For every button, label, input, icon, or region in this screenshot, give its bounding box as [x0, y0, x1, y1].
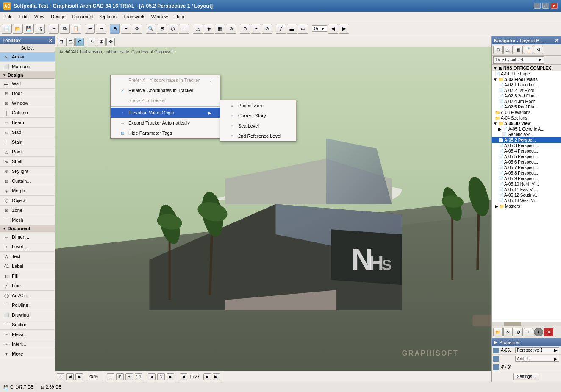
save-btn[interactable]: 💾 [24, 24, 34, 34]
nav-open-btn[interactable]: 📂 [493, 328, 503, 336]
zoom-fit-btn[interactable]: ⊞ [157, 24, 167, 34]
close-button[interactable]: ✕ [551, 3, 558, 9]
tree-a056[interactable]: 📄 A-05.6 Perspect... [492, 159, 561, 165]
nav-settings-btn[interactable]: ⚙ [514, 328, 523, 336]
menu-window[interactable]: Window [148, 13, 171, 20]
tool-mesh[interactable]: ⋯ Mesh [0, 215, 55, 225]
menu-view[interactable]: View [31, 13, 48, 20]
tree-a054[interactable]: 📄 A-05.4 Perspect... [492, 148, 561, 154]
print-btn[interactable]: 🖨 [35, 24, 45, 34]
document-section-header[interactable]: ▼ Document [0, 225, 55, 232]
nav-new-btn[interactable]: + [524, 328, 533, 336]
shade-btn[interactable]: ▭ [298, 24, 308, 34]
tool-zone[interactable]: ⊠ Zone [0, 206, 55, 215]
nav-btn-floor[interactable]: ⊞ [493, 46, 503, 54]
nav-scroll-thumb[interactable] [504, 322, 521, 326]
prop-select-size[interactable]: Arch-E ▶ [515, 356, 559, 362]
ctx-project-zero[interactable]: ≡ Project Zero [220, 100, 296, 111]
toolbox-close-btn[interactable]: ✕ [49, 38, 52, 43]
menu-teamwork[interactable]: Teamwork [120, 13, 148, 20]
tool-drawing[interactable]: ⬜ Drawing [0, 310, 55, 320]
settings-button[interactable]: Settings... [513, 373, 539, 380]
tool-shell[interactable]: ∿ Shell [0, 157, 55, 167]
undo-btn[interactable]: ↩ [85, 24, 95, 34]
prop-select-name[interactable]: Perspective 1 ▶ [515, 347, 559, 353]
nav-btn-settings[interactable]: ⚙ [534, 46, 543, 54]
tree-a055[interactable]: 📄 A-05.5 Perspect... [492, 154, 561, 159]
3d-btn[interactable]: △ [193, 24, 203, 34]
section-btn[interactable]: ⊗ [226, 24, 236, 34]
redo-btn[interactable]: ↪ [96, 24, 106, 34]
ctx-current-story[interactable]: ≡ Current Story [220, 111, 296, 121]
tool-object[interactable]: ⬡ Object [0, 196, 55, 206]
nav-circle-btn[interactable]: ● [534, 328, 543, 336]
menu-document[interactable]: Document [69, 13, 97, 20]
ctx-2nd-ref-level[interactable]: ≡ 2nd Reference Level [220, 131, 296, 141]
tool-arc[interactable]: ◯ Arc/Ci... [0, 291, 55, 300]
tool-door[interactable]: ⊟ Door [0, 89, 55, 98]
tool-slab[interactable]: ▭ Slab [0, 128, 55, 137]
tree-a03[interactable]: 📁 A-03 Elevations [492, 110, 561, 115]
ctx-hide-params[interactable]: ⊟ Hide Parameter Tags [111, 128, 220, 138]
go-button[interactable]: Go ▼ [312, 25, 327, 32]
snap-btn[interactable]: ⊕ [110, 24, 120, 34]
ctx-sea-level[interactable]: ≡ Sea Level [220, 121, 296, 131]
copy-btn[interactable]: ⧉ [60, 24, 70, 34]
new-btn[interactable]: 📄 [2, 24, 12, 34]
tool-text[interactable]: A Text [0, 252, 55, 261]
tool-line[interactable]: ╱ Line [0, 281, 55, 291]
tree-a024[interactable]: 📄 A-02.4 3rd Floor [492, 99, 561, 104]
tool-section[interactable]: ⋯ Section [0, 320, 55, 330]
floor-btn[interactable]: ▦ [215, 24, 225, 34]
tree-a053[interactable]: 📄 A-05.3 Perspect... [492, 143, 561, 148]
tree-a05[interactable]: ▼ 📁 A-05 3D View [492, 121, 561, 126]
tree-a022[interactable]: 📄 A-02.2 1st Floor [492, 88, 561, 93]
tool-label[interactable]: A1 Label [0, 261, 55, 271]
navigator-close-btn[interactable]: ✕ [555, 38, 558, 43]
tree-a058[interactable]: 📄 A-05.8 Perspect... [492, 170, 561, 176]
ctx-show-z[interactable]: Show Z in Tracker [111, 95, 220, 106]
tree-a0513[interactable]: 📄 A-05.13 West Vi... [492, 198, 561, 203]
tool-level[interactable]: ↕ Level ... [0, 242, 55, 252]
info3-btn[interactable]: ⊛ [262, 24, 272, 34]
menu-edit[interactable]: Edit [16, 13, 31, 20]
tree-a02[interactable]: ▼ 📁 A-02 Floor Plans [492, 77, 561, 82]
tool-elevation[interactable]: ⋯ Eleva... [0, 330, 55, 339]
wire-btn[interactable]: ╱ [276, 24, 286, 34]
magnet-btn[interactable]: ✦ [121, 24, 131, 34]
tree-a021[interactable]: 📄 A-02.1 Foundati... [492, 82, 561, 88]
nav-prev[interactable]: ◀ [328, 24, 338, 34]
menu-help[interactable]: Help [171, 13, 188, 20]
nav-btn-3d[interactable]: △ [503, 46, 513, 54]
tool-wall[interactable]: ▬ Wall [0, 79, 55, 89]
tree-a052[interactable]: 📄 A-05.2 Perspe... [492, 137, 561, 143]
ctx-expand-tracker[interactable]: ↔ Expand Tracker Automatically [111, 118, 220, 128]
tree-a059[interactable]: 📄 A-05.9 Perspect... [492, 176, 561, 181]
nav-btn-layout[interactable]: ▦ [514, 46, 523, 54]
tree-a04[interactable]: 📁 A-04 Sections [492, 115, 561, 121]
minimize-button[interactable]: ─ [534, 3, 541, 9]
menu-file[interactable]: File [2, 13, 16, 20]
tree-a0510[interactable]: 📄 A-05.10 North Vi... [492, 181, 561, 187]
tree-a057[interactable]: 📄 A-05.7 Perspect... [492, 165, 561, 170]
info2-btn[interactable]: ✦ [251, 24, 261, 34]
paste-btn[interactable]: 📋 [71, 24, 81, 34]
tool-dimension[interactable]: ↔ Dimen... [0, 232, 55, 242]
tree-root[interactable]: ▼ ⊞ NHS OFFICE COMPLEX [492, 65, 561, 71]
tool-beam[interactable]: ═ Beam [0, 118, 55, 128]
select-btn[interactable]: ⬡ [168, 24, 178, 34]
tool-marquee[interactable]: ⬜ Marquee [0, 62, 55, 72]
cut-btn[interactable]: ✂ [49, 24, 59, 34]
navigator-selector[interactable]: Tree by subset ▼ [493, 56, 544, 64]
nav-btn-book[interactable]: 📋 [524, 46, 533, 54]
tool-stair[interactable]: ⋮ Stair [0, 137, 55, 147]
ctx-elevation-origin[interactable]: ↕ Elevation Value Origin ▶ [111, 108, 220, 118]
rubber-btn[interactable]: ⟳ [132, 24, 142, 34]
tool-more[interactable]: ▼ More [0, 349, 55, 359]
tool-column[interactable]: ║ Column [0, 108, 55, 118]
toolbox-select[interactable]: Select [0, 44, 55, 52]
ctx-relative-coords[interactable]: ✓ Relative Coordinates in Tracker [111, 85, 220, 95]
ctx-prefer-xy[interactable]: Prefer X - Y coordinates in Tracker / [111, 75, 220, 85]
layer-btn[interactable]: ≡ [179, 24, 189, 34]
tool-window[interactable]: ⊞ Window [0, 98, 55, 108]
